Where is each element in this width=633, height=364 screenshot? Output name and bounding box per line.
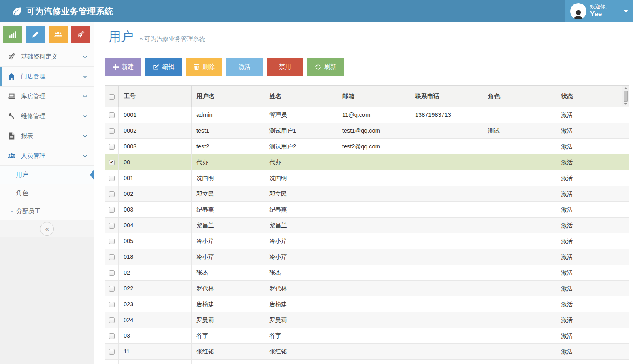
cell-status: 激活 [556, 107, 629, 123]
table-row[interactable]: 0003test2测试用户2test2@qq.com激活 [105, 139, 629, 154]
cell-role [483, 328, 556, 344]
quick-edit-button[interactable] [26, 26, 45, 43]
sidebar-item-2[interactable]: 库房管理 [0, 87, 94, 106]
table-row[interactable]: 03谷宇谷宇激活 [105, 328, 629, 344]
gears-icon [77, 31, 85, 38]
user-menu[interactable]: 欢迎你, Yee [565, 0, 633, 22]
chevron-down-icon [83, 75, 87, 78]
sidebar-item-3[interactable]: 维修管理 [0, 106, 94, 126]
submenu-item-1[interactable]: 角色 [0, 184, 94, 202]
scrollbar-thumb[interactable] [624, 91, 628, 102]
row-checkbox[interactable] [109, 128, 115, 134]
cell-role [483, 186, 556, 202]
row-checkbox[interactable] [109, 286, 115, 292]
column-header-1[interactable]: 用户名 [192, 86, 264, 107]
scroll-up-icon[interactable] [624, 87, 627, 89]
row-checkbox[interactable] [109, 223, 115, 229]
row-checkbox[interactable] [109, 191, 115, 197]
cell-status: 激活 [556, 170, 629, 186]
laptop-icon [7, 92, 16, 100]
submenu-item-2[interactable]: 分配员工 [0, 202, 94, 220]
sidebar-item-label: 报表 [21, 132, 33, 140]
toolbar-button-5[interactable]: 刷新 [307, 58, 344, 76]
toolbar-button-0[interactable]: 新建 [105, 58, 141, 76]
cell-id: 03 [119, 328, 192, 344]
column-header-4[interactable]: 联系电话 [410, 86, 483, 107]
row-checkbox-cell [105, 296, 119, 312]
row-checkbox[interactable] [109, 176, 115, 181]
submenu-item-0[interactable]: 用户 [0, 166, 94, 184]
cell-username: 唐榜建 [192, 296, 264, 312]
table-row[interactable]: 12激活 [105, 360, 629, 364]
quick-settings-button[interactable] [71, 26, 90, 43]
toolbar-button-3[interactable]: 激活 [226, 58, 263, 76]
sidebar-item-5[interactable]: 人员管理 [0, 146, 94, 166]
table-row[interactable]: 001冼国明冼国明激活 [105, 170, 629, 186]
users-grid: 工号用户名姓名邮箱联系电话角色状态 0001admin管理员11@q.com13… [105, 85, 629, 364]
sidebar-item-label: 门店管理 [21, 73, 45, 80]
table-row[interactable]: 022罗代林罗代林激活 [105, 281, 629, 296]
cell-role [483, 344, 556, 360]
column-header-0[interactable]: 工号 [119, 86, 192, 107]
cell-id: 005 [119, 233, 192, 249]
row-checkbox[interactable] [109, 239, 115, 244]
table-row[interactable]: 003纪春燕纪春燕激活 [105, 202, 629, 218]
row-checkbox-cell [105, 265, 119, 281]
cell-id: 001 [119, 170, 192, 186]
row-checkbox[interactable] [109, 207, 115, 213]
cell-email [337, 281, 410, 296]
table-row[interactable]: 004黎昌兰黎昌兰激活 [105, 218, 629, 233]
row-checkbox[interactable] [109, 333, 115, 339]
cell-name: 测试用户2 [264, 139, 337, 154]
toolbar-button-2[interactable]: 删除 [186, 58, 222, 76]
sidebar-collapse-button[interactable]: « [40, 222, 54, 236]
cell-username: test2 [192, 139, 264, 154]
toolbar-button-label: 删除 [203, 63, 215, 71]
row-checkbox[interactable] [109, 144, 115, 150]
column-header-5[interactable]: 角色 [483, 86, 556, 107]
row-checkbox[interactable] [109, 302, 115, 307]
row-checkbox[interactable] [109, 160, 115, 165]
toolbar-button-1[interactable]: 编辑 [145, 58, 182, 76]
app-brand: 可为汽修业务管理系统 [0, 0, 633, 22]
table-row[interactable]: 0002test1测试用户1test1@qq.com测试激活 [105, 123, 629, 139]
scroll-down-icon[interactable] [624, 103, 627, 105]
table-row[interactable]: 023唐榜建唐榜建激活 [105, 296, 629, 312]
cell-id: 024 [119, 312, 192, 328]
table-row[interactable]: 018冷小芹冷小芹激活 [105, 249, 629, 265]
cell-username: 代办 [192, 154, 264, 170]
table-row[interactable]: 002邓立民邓立民激活 [105, 186, 629, 202]
toolbar-button-4[interactable]: 禁用 [267, 58, 303, 76]
table-row[interactable]: 02张杰张杰激活 [105, 265, 629, 281]
select-all-checkbox[interactable] [109, 94, 115, 100]
table-row[interactable]: 11张红铭张红铭激活 [105, 344, 629, 360]
column-header-2[interactable]: 姓名 [264, 86, 337, 107]
sidebar-item-1[interactable]: 门店管理 [0, 67, 94, 87]
row-checkbox[interactable] [109, 112, 115, 118]
table-row[interactable]: 0001admin管理员11@q.com13871983713激活 [105, 107, 629, 123]
quick-users-button[interactable] [49, 26, 68, 43]
avatar [570, 3, 586, 19]
row-checkbox[interactable] [109, 254, 115, 260]
table-row[interactable]: 00代办代办激活 [105, 154, 629, 170]
cell-name: 张红铭 [264, 344, 337, 360]
cell-id: 023 [119, 296, 192, 312]
column-header-3[interactable]: 邮箱 [337, 86, 410, 107]
chevron-down-icon [83, 95, 87, 98]
row-checkbox[interactable] [109, 349, 115, 355]
leaf-icon [12, 7, 22, 16]
cell-status: 激活 [556, 328, 629, 344]
sidebar-item-4[interactable]: 报表 [0, 126, 94, 146]
cell-username: 邓立民 [192, 186, 264, 202]
sidebar-item-0[interactable]: 基础资料定义 [0, 47, 94, 67]
row-checkbox[interactable] [109, 317, 115, 323]
table-row[interactable]: 005冷小芹冷小芹激活 [105, 233, 629, 249]
cell-email [337, 202, 410, 218]
select-all-header[interactable] [105, 86, 119, 107]
column-header-6[interactable]: 状态 [556, 86, 629, 107]
row-checkbox[interactable] [109, 270, 115, 276]
quick-stats-button[interactable] [3, 26, 22, 43]
cell-id: 00 [119, 154, 192, 170]
table-row[interactable]: 024罗曼莉罗曼莉激活 [105, 312, 629, 328]
cell-username: 张杰 [192, 265, 264, 281]
